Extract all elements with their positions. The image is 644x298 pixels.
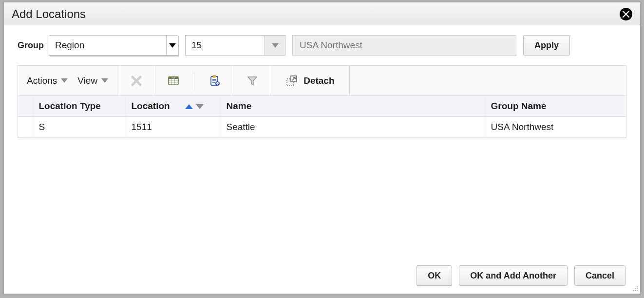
svg-rect-4 bbox=[213, 75, 216, 77]
detach-label: Detach bbox=[303, 75, 334, 86]
column-header-label: Group Name bbox=[491, 101, 547, 111]
actions-menu-label: Actions bbox=[27, 75, 57, 86]
cancel-button-label: Cancel bbox=[586, 271, 614, 281]
svg-text:XLS: XLS bbox=[171, 76, 175, 79]
svg-point-8 bbox=[637, 286, 638, 287]
table-panel: Actions View XLS bbox=[18, 65, 626, 138]
resize-icon bbox=[631, 285, 638, 292]
toolbar: Actions View XLS bbox=[18, 66, 626, 96]
chevron-down-icon bbox=[101, 78, 108, 83]
cell-group-name: USA Northwest bbox=[485, 117, 626, 138]
dialog-header: Add Locations bbox=[4, 2, 640, 25]
locations-table: Location Type Location Name Group Name bbox=[18, 96, 626, 138]
actions-menu[interactable]: Actions bbox=[27, 75, 68, 86]
cell-location-type: S bbox=[33, 117, 125, 138]
table-row[interactable]: S 1511 Seattle USA Northwest bbox=[18, 117, 626, 138]
separator bbox=[194, 72, 194, 90]
column-header-label: Location Type bbox=[39, 101, 101, 111]
column-header-name[interactable]: Name bbox=[220, 96, 485, 117]
group-number-value: 15 bbox=[186, 40, 265, 51]
group-label: Group bbox=[18, 40, 44, 51]
add-locations-dialog: Add Locations Group Region 15 USA Northw… bbox=[3, 2, 641, 294]
close-icon bbox=[623, 11, 629, 18]
sort-indicators bbox=[185, 104, 204, 109]
table-header-row: Location Type Location Name Group Name bbox=[18, 96, 626, 117]
cancel-button[interactable]: Cancel bbox=[574, 265, 625, 286]
detach-button[interactable]: Detach bbox=[271, 66, 349, 95]
delete-icon bbox=[131, 75, 142, 87]
group-dropdown-value: Region bbox=[49, 40, 166, 51]
svg-point-13 bbox=[637, 290, 638, 291]
column-header-location[interactable]: Location bbox=[125, 96, 220, 117]
column-header-group-name[interactable]: Group Name bbox=[485, 96, 626, 117]
export-xls-icon: XLS bbox=[168, 75, 179, 87]
resize-handle[interactable] bbox=[631, 285, 638, 292]
ok-button[interactable]: OK bbox=[417, 265, 452, 286]
svg-point-9 bbox=[635, 288, 636, 289]
dialog-footer: OK OK and Add Another Cancel bbox=[4, 260, 640, 294]
column-header-label: Name bbox=[227, 101, 252, 111]
row-selector-cell[interactable] bbox=[18, 117, 33, 138]
svg-point-12 bbox=[635, 290, 636, 291]
group-number-dropdown[interactable]: 15 bbox=[185, 35, 285, 56]
svg-point-11 bbox=[633, 290, 634, 291]
column-header-select[interactable] bbox=[18, 96, 33, 117]
svg-point-10 bbox=[637, 288, 638, 289]
delete-button[interactable] bbox=[117, 66, 155, 95]
export-xls-button[interactable]: XLS bbox=[168, 75, 179, 87]
cell-location: 1511 bbox=[125, 117, 220, 138]
export-buttons: XLS bbox=[155, 66, 233, 95]
chevron-down-icon bbox=[61, 78, 68, 83]
apply-button[interactable]: Apply bbox=[523, 35, 570, 56]
column-header-label: Location bbox=[132, 101, 170, 111]
toolbar-menus: Actions View bbox=[18, 66, 117, 95]
ok-add-another-button-label: OK and Add Another bbox=[470, 271, 556, 281]
column-header-location-type[interactable]: Location Type bbox=[33, 96, 125, 117]
region-name-field: USA Northwest bbox=[292, 35, 516, 56]
view-menu-label: View bbox=[77, 75, 97, 86]
cell-name: Seattle bbox=[220, 117, 485, 138]
filter-icon bbox=[246, 75, 258, 87]
chevron-down-icon bbox=[265, 36, 285, 55]
group-dropdown[interactable]: Region bbox=[49, 35, 178, 56]
view-menu[interactable]: View bbox=[77, 75, 108, 86]
dialog-title: Add Locations bbox=[12, 7, 86, 21]
chevron-down-icon bbox=[166, 36, 178, 55]
ok-add-another-button[interactable]: OK and Add Another bbox=[459, 265, 568, 286]
apply-button-label: Apply bbox=[534, 40, 559, 51]
detach-icon bbox=[286, 75, 298, 87]
filter-row: Group Region 15 USA Northwest Apply bbox=[4, 25, 640, 65]
clipboard-button[interactable] bbox=[209, 75, 221, 87]
clipboard-icon bbox=[209, 75, 221, 87]
toolbar-spacer bbox=[350, 66, 626, 95]
sort-asc-icon[interactable] bbox=[185, 104, 193, 109]
filter-button[interactable] bbox=[233, 66, 271, 95]
close-button[interactable] bbox=[620, 8, 632, 20]
ok-button-label: OK bbox=[428, 271, 441, 281]
sort-desc-icon[interactable] bbox=[196, 104, 204, 109]
